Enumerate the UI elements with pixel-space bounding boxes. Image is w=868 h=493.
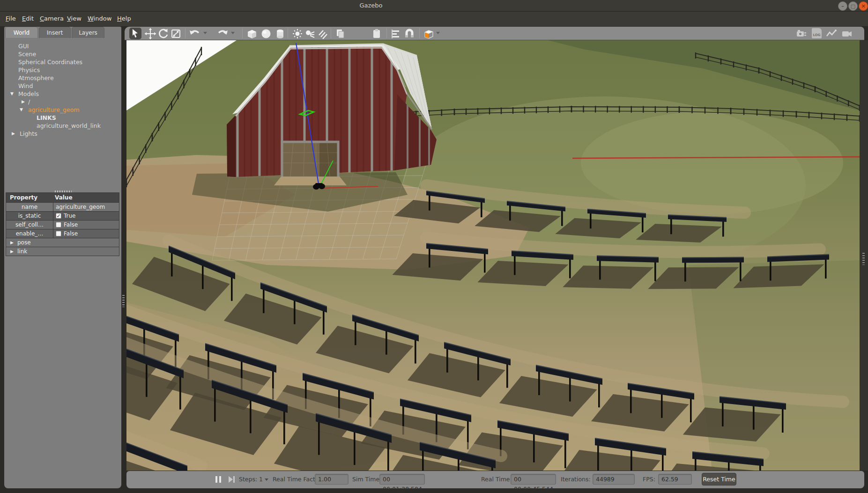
rtf-field[interactable]: 1.00: [315, 474, 349, 485]
toolbar: LOG: [125, 27, 864, 40]
expand-icon[interactable]: ▶: [10, 247, 14, 256]
checkbox-checked[interactable]: ✓: [56, 213, 61, 219]
table-row-link[interactable]: ▶link: [6, 247, 119, 256]
menu-bar: File Edit Camera View Window Help: [0, 12, 868, 26]
sim-time-field[interactable]: 00 00:01:20.504: [379, 474, 425, 485]
window-title: Gazebo: [345, 2, 397, 9]
steps-label: Steps:: [239, 476, 257, 483]
real-time-label: Real Time:: [481, 476, 512, 483]
table-row-self-collide[interactable]: self_coll… False: [6, 220, 119, 229]
checkbox-unchecked[interactable]: [56, 231, 61, 236]
tab-insert[interactable]: Insert: [39, 27, 71, 38]
table-row-name[interactable]: name agriculture_geom: [6, 202, 119, 211]
point-light-icon[interactable]: [291, 28, 304, 39]
sphere-shape-icon[interactable]: [260, 28, 272, 39]
table-row-is-static[interactable]: is_static ✓True: [6, 211, 119, 220]
expand-icon[interactable]: ▶: [10, 238, 14, 247]
log-recorder-icon[interactable]: LOG: [812, 28, 822, 38]
tree-item-slash-model[interactable]: ▶/: [4, 98, 120, 106]
expand-icon[interactable]: ▶: [12, 130, 15, 138]
undo-dropdown-icon[interactable]: [203, 32, 207, 34]
box-shape-icon[interactable]: [246, 28, 258, 39]
select-tool-icon[interactable]: [129, 28, 141, 39]
directional-light-icon[interactable]: [317, 28, 329, 39]
align-icon[interactable]: [390, 28, 402, 39]
fps-field[interactable]: 62.59: [658, 474, 692, 485]
collapse-icon[interactable]: ▼: [20, 106, 23, 114]
checkbox-unchecked[interactable]: [56, 222, 61, 228]
spot-light-icon[interactable]: [304, 28, 316, 39]
tree-item-gui[interactable]: GUI: [4, 42, 120, 50]
world-tree: GUI Scene Spherical Coordinates Physics …: [4, 42, 120, 138]
menu-help[interactable]: Help: [117, 15, 131, 22]
plot-icon[interactable]: [825, 28, 838, 39]
table-row-enable-wind[interactable]: enable_… False: [6, 229, 119, 238]
tree-item-links[interactable]: LINKS: [4, 114, 120, 122]
tree-item-atmosphere[interactable]: Atmosphere: [4, 74, 120, 82]
tree-item-lights[interactable]: ▶Lights: [4, 130, 120, 138]
redo-icon[interactable]: [216, 28, 229, 39]
table-row-pose[interactable]: ▶pose: [6, 238, 119, 247]
step-button[interactable]: [228, 476, 236, 483]
barn-left-wall: [227, 115, 236, 177]
tab-layers[interactable]: Layers: [72, 27, 104, 38]
property-table: Property Value name agriculture_geom is_…: [6, 192, 119, 256]
tree-item-agriculture-geom[interactable]: ▼agriculture_geom: [4, 106, 120, 114]
rotate-tool-icon[interactable]: [157, 28, 170, 39]
right-splitter-grip[interactable]: [862, 253, 865, 265]
tree-item-scene[interactable]: Scene: [4, 50, 120, 58]
sim-time-label: Sim Time:: [352, 476, 381, 483]
steps-value[interactable]: 1: [259, 476, 263, 483]
tree-item-agriculture-world-link[interactable]: agriculture_world_link: [4, 122, 120, 130]
cylinder-shape-icon[interactable]: [274, 28, 286, 39]
property-table-header: Property Value: [6, 193, 119, 202]
tab-world[interactable]: World: [5, 27, 38, 38]
3d-viewport[interactable]: [126, 40, 860, 471]
scale-tool-icon[interactable]: [170, 28, 182, 39]
snap-icon[interactable]: [403, 28, 415, 39]
title-bar: Gazebo – ▢ ✕: [0, 0, 868, 11]
tree-item-physics[interactable]: Physics: [4, 66, 120, 74]
toolbar-separator: [242, 28, 243, 38]
screenshot-camera-icon[interactable]: [795, 28, 808, 39]
paste-icon[interactable]: [371, 28, 383, 39]
pause-button[interactable]: [215, 476, 222, 485]
steps-dropdown-icon[interactable]: [265, 478, 268, 481]
tree-item-models[interactable]: ▼Models: [4, 90, 120, 98]
redo-dropdown-icon[interactable]: [231, 32, 235, 34]
fps-label: FPS:: [643, 476, 655, 483]
record-video-icon[interactable]: [841, 28, 853, 39]
real-time-field[interactable]: 00 00:00:45.544: [511, 474, 556, 485]
iterations-field[interactable]: 44989: [593, 474, 635, 485]
menu-window[interactable]: Window: [88, 15, 111, 22]
menu-file[interactable]: File: [6, 15, 16, 22]
maximize-button[interactable]: ▢: [848, 1, 858, 11]
cube-dropdown-icon[interactable]: [436, 32, 440, 34]
toolbar-separator: [419, 28, 420, 38]
minimize-button[interactable]: –: [838, 1, 847, 11]
toolbar-separator: [185, 28, 185, 38]
reset-time-button[interactable]: Reset Time: [702, 473, 736, 486]
menu-view[interactable]: View: [67, 15, 82, 22]
close-button[interactable]: ✕: [859, 1, 868, 11]
expand-icon[interactable]: ▶: [22, 98, 25, 106]
transparency-cube-icon[interactable]: [423, 28, 435, 39]
undo-icon[interactable]: [189, 28, 201, 39]
menu-edit[interactable]: Edit: [22, 15, 34, 22]
tree-item-spherical-coordinates[interactable]: Spherical Coordinates: [4, 58, 120, 66]
vertical-splitter-grip[interactable]: [122, 295, 125, 307]
iterations-label: Iterations:: [561, 476, 591, 483]
menu-camera[interactable]: Camera: [40, 15, 64, 22]
copy-icon[interactable]: [334, 28, 347, 39]
toolbar-separator: [288, 28, 288, 38]
translate-tool-icon[interactable]: [144, 28, 156, 39]
toolbar-separator: [331, 28, 331, 38]
world-panel: World Insert Layers GUI Scene Spherical …: [4, 27, 121, 488]
toolbar-separator: [386, 28, 387, 38]
collapse-icon[interactable]: ▼: [10, 90, 14, 98]
tree-item-wind[interactable]: Wind: [4, 82, 120, 90]
playback-bar: Steps: 1 Real Time Factor: 1.00 Sim Time…: [126, 471, 864, 488]
